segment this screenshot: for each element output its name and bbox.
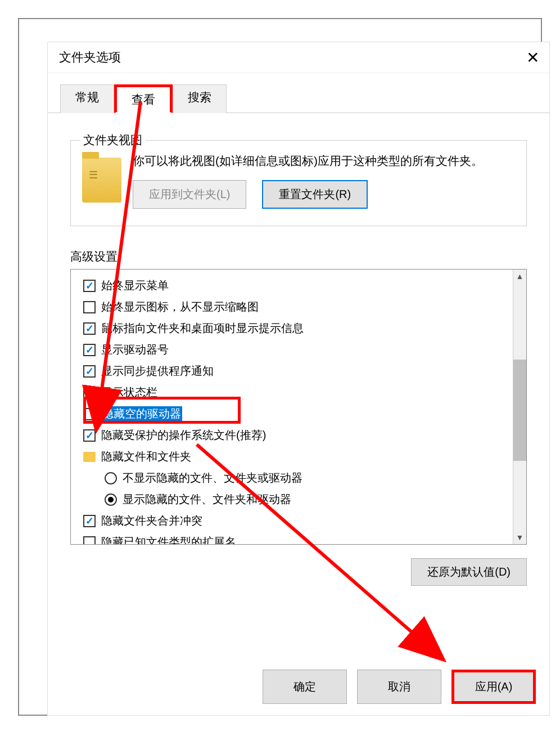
list-item[interactable]: 显示隐藏的文件、文件夹和驱动器 (83, 489, 525, 510)
list-item[interactable]: 隐藏文件夹合并冲突 (83, 510, 525, 532)
folder-icon (83, 452, 96, 462)
restore-defaults-button[interactable]: 还原为默认值(D) (411, 558, 527, 586)
checkbox-icon[interactable] (83, 344, 96, 356)
list-item[interactable]: 隐藏空的驱动器 (83, 403, 525, 425)
tabs-row: 常规 查看 搜索 (48, 84, 549, 113)
radio-icon[interactable] (105, 472, 117, 484)
advanced-settings-label: 高级设置: (70, 249, 527, 264)
scroll-up-icon[interactable]: ▲ (513, 270, 526, 283)
checkbox-icon[interactable] (83, 365, 96, 378)
dialog-buttons: 确定 取消 应用(A) (263, 670, 536, 704)
tab-view[interactable]: 查看 (114, 84, 173, 113)
ok-button[interactable]: 确定 (263, 670, 347, 704)
list-item-label: 显示驱动器号 (101, 342, 169, 357)
list-item[interactable]: 隐藏文件和文件夹 (83, 446, 525, 468)
list-item[interactable]: 隐藏已知文件类型的扩展名 (83, 532, 525, 545)
list-item[interactable]: 不显示隐藏的文件、文件夹或驱动器 (83, 468, 525, 489)
groupbox-description: 你可以将此视图(如详细信息或图标)应用于这种类型的所有文件夹。 (133, 152, 515, 170)
checkbox-icon[interactable] (83, 515, 96, 527)
list-item[interactable]: 显示状态栏 (83, 382, 525, 403)
list-item-label: 隐藏文件夹合并冲突 (101, 513, 202, 528)
cancel-button[interactable]: 取消 (357, 670, 441, 704)
list-item-label: 隐藏文件和文件夹 (101, 449, 191, 464)
apply-to-folders-button: 应用到文件夹(L) (133, 180, 246, 209)
list-item[interactable]: 显示同步提供程序通知 (83, 361, 525, 382)
list-item-label: 不显示隐藏的文件、文件夹或驱动器 (123, 470, 302, 486)
apply-button[interactable]: 应用(A) (451, 670, 536, 704)
folder-icon (82, 158, 121, 203)
list-item-label: 显示同步提供程序通知 (101, 363, 214, 379)
advanced-settings-list[interactable]: 始终显示菜单始终显示图标，从不显示缩略图鼠标指向文件夹和桌面项时显示提示信息显示… (70, 269, 527, 545)
list-item-label: 始终显示菜单 (101, 278, 169, 293)
tab-general[interactable]: 常规 (60, 84, 114, 113)
scroll-thumb[interactable] (513, 360, 526, 461)
list-item[interactable]: 鼠标指向文件夹和桌面项时显示提示信息 (83, 318, 525, 339)
dialog-window: 文件夹选项 ✕ 常规 查看 搜索 文件夹视图 你可以将此视图(如详细信息或图标)… (47, 42, 550, 716)
close-button[interactable]: ✕ (516, 42, 549, 73)
list-item-label: 隐藏受保护的操作系统文件(推荐) (101, 428, 266, 443)
checkbox-icon[interactable] (83, 429, 96, 442)
folder-view-groupbox: 文件夹视图 你可以将此视图(如详细信息或图标)应用于这种类型的所有文件夹。 应用… (70, 140, 527, 226)
list-item[interactable]: 始终显示菜单 (83, 275, 525, 297)
outer-frame: 文件夹选项 ✕ 常规 查看 搜索 文件夹视图 你可以将此视图(如详细信息或图标)… (18, 18, 542, 716)
scrollbar[interactable]: ▲ ▼ (513, 270, 526, 544)
checkbox-icon[interactable] (83, 301, 96, 313)
list-item-label: 显示隐藏的文件、文件夹和驱动器 (123, 492, 291, 507)
tab-content: 文件夹视图 你可以将此视图(如详细信息或图标)应用于这种类型的所有文件夹。 应用… (48, 113, 549, 597)
reset-folders-button[interactable]: 重置文件夹(R) (262, 180, 368, 209)
checkbox-icon[interactable] (83, 536, 96, 545)
dialog-title: 文件夹选项 (59, 49, 121, 66)
scroll-down-icon[interactable]: ▼ (513, 531, 526, 544)
radio-icon[interactable] (105, 493, 117, 506)
list-item-label: 始终显示图标，从不显示缩略图 (101, 299, 259, 315)
checkbox-icon[interactable] (83, 387, 96, 399)
list-item[interactable]: 隐藏受保护的操作系统文件(推荐) (83, 425, 525, 446)
groupbox-title: 文件夹视图 (80, 132, 146, 148)
list-item[interactable]: 显示驱动器号 (83, 339, 525, 361)
list-item-label: 鼠标指向文件夹和桌面项时显示提示信息 (101, 321, 304, 336)
checkbox-icon[interactable] (83, 322, 96, 335)
list-item-label: 隐藏空的驱动器 (101, 406, 182, 421)
tab-search[interactable]: 搜索 (173, 84, 227, 113)
checkbox-icon[interactable] (83, 408, 96, 420)
titlebar: 文件夹选项 ✕ (48, 42, 549, 73)
list-item-label: 显示状态栏 (101, 385, 157, 400)
close-icon: ✕ (526, 48, 539, 67)
list-item-label: 隐藏已知文件类型的扩展名 (101, 535, 236, 545)
checkbox-icon[interactable] (83, 280, 96, 292)
list-item[interactable]: 始终显示图标，从不显示缩略图 (83, 297, 525, 318)
